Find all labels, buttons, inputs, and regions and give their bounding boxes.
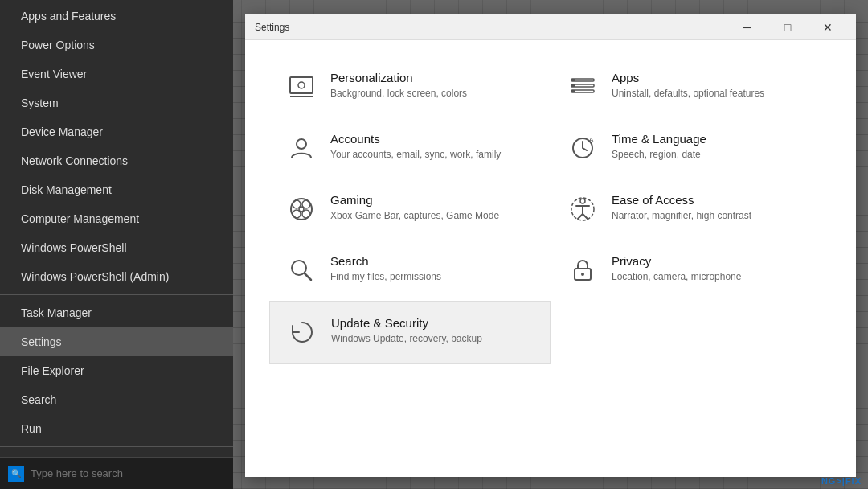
menu-item-label: Search — [21, 393, 56, 406]
apps-icon — [567, 71, 599, 103]
settings-item-desc-gaming: Xbox Game Bar, captures, Game Mode — [330, 209, 499, 223]
minimize-button[interactable]: ─ — [729, 14, 766, 40]
menu-item-label: File Explorer — [21, 364, 84, 377]
menu-item-label: System — [21, 97, 59, 109]
settings-item-ease-of-access[interactable]: Ease of AccessNarrator, magnifier, high … — [551, 179, 832, 240]
settings-item-desc-privacy: Location, camera, microphone — [612, 270, 741, 284]
settings-item-desc-personalization: Background, lock screen, colors — [330, 87, 467, 101]
settings-item-desc-accounts: Your accounts, email, sync, work, family — [330, 148, 501, 162]
svg-rect-0 — [290, 77, 313, 93]
settings-item-text-search: SearchFind my files, permissions — [330, 254, 441, 284]
taskbar-search-bar[interactable]: 🔍 — [0, 457, 233, 489]
menu-item-label: Windows PowerShell — [21, 241, 127, 254]
settings-item-title-privacy: Privacy — [612, 254, 741, 268]
gaming-icon — [285, 193, 317, 225]
settings-item-text-apps: AppsUninstall, defaults, optional featur… — [612, 71, 764, 101]
settings-item-desc-ease-of-access: Narrator, magnifier, high contrast — [612, 209, 751, 223]
settings-item-desc-update-security: Windows Update, recovery, backup — [331, 332, 482, 346]
menu-item-task-manager[interactable]: Task Manager — [0, 298, 233, 327]
settings-item-accounts[interactable]: AccountsYour accounts, email, sync, work… — [269, 117, 551, 179]
windows-search-icon: 🔍 — [8, 466, 24, 482]
menu-divider — [0, 446, 233, 447]
settings-content: PersonalizationBackground, lock screen, … — [245, 40, 856, 477]
time-language-icon: A — [567, 132, 599, 164]
settings-item-personalization[interactable]: PersonalizationBackground, lock screen, … — [269, 56, 551, 117]
settings-item-desc-time-language: Speech, region, date — [612, 148, 706, 162]
accounts-icon — [285, 132, 317, 164]
menu-item-label: Windows PowerShell (Admin) — [21, 270, 169, 283]
settings-item-title-update-security: Update & Security — [331, 316, 482, 330]
svg-point-18 — [580, 199, 585, 203]
svg-rect-5 — [571, 90, 594, 92]
ease-of-access-icon — [567, 193, 599, 225]
svg-rect-6 — [571, 79, 575, 81]
svg-rect-7 — [571, 84, 575, 87]
menu-item-label: Apps and Features — [21, 10, 116, 23]
settings-item-desc-apps: Uninstall, defaults, optional features — [612, 87, 764, 101]
title-bar: Settings ─ □ ✕ — [245, 14, 856, 40]
settings-item-desc-search: Find my files, permissions — [330, 270, 441, 284]
settings-item-gaming[interactable]: GamingXbox Game Bar, captures, Game Mode — [269, 179, 551, 240]
privacy-icon — [567, 254, 599, 286]
menu-item-label: Disk Management — [21, 183, 112, 196]
settings-item-privacy[interactable]: PrivacyLocation, camera, microphone — [551, 240, 832, 301]
menu-divider — [0, 294, 233, 295]
menu-item-power-options[interactable]: Power Options — [0, 31, 233, 60]
settings-item-text-ease-of-access: Ease of AccessNarrator, magnifier, high … — [612, 193, 751, 223]
menu-item-network-connections[interactable]: Network Connections — [0, 146, 233, 175]
settings-item-title-time-language: Time & Language — [612, 132, 706, 146]
menu-item-search[interactable]: Search — [0, 385, 233, 414]
settings-item-text-gaming: GamingXbox Game Bar, captures, Game Mode — [330, 193, 499, 223]
settings-item-time-language[interactable]: ATime & LanguageSpeech, region, date — [551, 117, 832, 179]
window-controls: ─ □ ✕ — [729, 14, 846, 40]
svg-point-9 — [297, 139, 306, 149]
settings-item-update-security[interactable]: Update & SecurityWindows Update, recover… — [269, 301, 551, 364]
settings-item-search[interactable]: SearchFind my files, permissions — [269, 240, 551, 301]
taskbar-search-input[interactable] — [31, 467, 225, 479]
settings-window: Settings ─ □ ✕ PersonalizationBackground… — [245, 14, 856, 477]
menu-item-computer-management[interactable]: Computer Management — [0, 204, 233, 233]
settings-item-text-accounts: AccountsYour accounts, email, sync, work… — [330, 132, 501, 162]
svg-line-21 — [305, 273, 311, 280]
menu-item-windows-powershell-admin[interactable]: Windows PowerShell (Admin) — [0, 262, 233, 291]
svg-point-17 — [299, 207, 304, 212]
svg-rect-8 — [571, 90, 575, 92]
menu-item-settings[interactable]: Settings — [0, 327, 233, 356]
menu-item-label: Device Manager — [21, 125, 103, 138]
menu-item-label: Computer Management — [21, 212, 139, 225]
menu-item-file-explorer[interactable]: File Explorer — [0, 356, 233, 385]
settings-item-apps[interactable]: AppsUninstall, defaults, optional featur… — [551, 56, 832, 117]
svg-point-2 — [298, 82, 305, 88]
menu-item-event-viewer[interactable]: Event Viewer — [0, 60, 233, 88]
settings-item-title-gaming: Gaming — [330, 193, 499, 207]
settings-item-text-update-security: Update & SecurityWindows Update, recover… — [331, 316, 482, 346]
menu-item-label: Task Manager — [21, 306, 92, 319]
maximize-button[interactable]: □ — [769, 14, 806, 40]
menu-item-label: Power Options — [21, 39, 95, 51]
update-security-icon — [286, 316, 318, 348]
settings-item-title-apps: Apps — [612, 71, 764, 84]
menu-item-apps-features[interactable]: Apps and Features — [0, 2, 233, 31]
menu-item-system[interactable]: System — [0, 88, 233, 117]
svg-rect-3 — [571, 79, 594, 81]
menu-item-disk-management[interactable]: Disk Management — [0, 175, 233, 204]
menu-item-run[interactable]: Run — [0, 414, 233, 443]
settings-item-text-privacy: PrivacyLocation, camera, microphone — [612, 254, 741, 284]
settings-item-text-personalization: PersonalizationBackground, lock screen, … — [330, 71, 467, 101]
settings-item-title-personalization: Personalization — [330, 71, 467, 84]
menu-item-label: Event Viewer — [21, 68, 87, 80]
window-title: Settings — [255, 22, 289, 33]
watermark: NG>|FIX — [821, 476, 862, 486]
svg-rect-4 — [571, 84, 594, 87]
close-button[interactable]: ✕ — [809, 14, 846, 40]
settings-item-title-search: Search — [330, 254, 441, 268]
menu-item-label: Settings — [21, 335, 62, 348]
menu-item-windows-powershell[interactable]: Windows PowerShell — [0, 233, 233, 262]
settings-item-title-ease-of-access: Ease of Access — [612, 193, 751, 207]
settings-item-title-accounts: Accounts — [330, 132, 501, 146]
svg-text:A: A — [589, 136, 594, 143]
menu-item-device-manager[interactable]: Device Manager — [0, 117, 233, 146]
svg-point-23 — [581, 273, 584, 276]
menu-item-label: Network Connections — [21, 154, 128, 167]
context-menu: Apps and FeaturesPower OptionsEvent View… — [0, 0, 233, 489]
